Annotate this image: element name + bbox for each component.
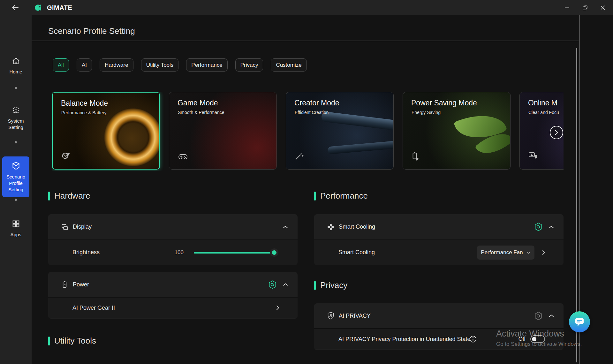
ai-hex-badge-icon [269,280,276,289]
brightness-slider[interactable] [194,248,278,257]
privacy-protection-label: AI PRIVACY Privacy Protection in Unatten… [338,336,471,343]
sidebar-item-label: System Setting [0,118,32,131]
next-arrow-icon [555,130,558,135]
section-heading-privacy: Privacy [314,280,347,290]
smart-cooling-row: Smart Cooling Performance Fan [314,239,564,265]
minimize-icon [565,7,569,8]
next-modes-button[interactable] [550,126,563,139]
close-icon [601,5,605,10]
sidebar: Home System Setting Scenario Profile Set… [0,15,32,364]
ai-hex-badge-icon [534,312,542,320]
page-title: Scenario Profile Setting [48,26,135,36]
power-card-header[interactable]: Power [48,272,298,297]
sidebar-item-system-setting[interactable]: System Setting [0,105,32,131]
chevron-up-icon[interactable] [283,225,288,229]
mode-card-title: Balance Mode [61,99,108,108]
tab-utility-tools[interactable]: Utility Tools [141,58,179,72]
mode-card-creator[interactable]: Creator Mode Efficient Creation [286,92,394,170]
privacy-protection-row: AI PRIVACY Privacy Protection in Unatten… [314,328,564,349]
chevron-down-icon [526,251,531,254]
balance-icon [61,151,71,162]
titlebar: GiMATE [0,0,613,15]
power-battery-icon [60,280,70,289]
ai-privacy-card: AI PRIVACY AI PRIVACY Privacy Protection… [314,303,564,350]
back-arrow-icon [12,5,19,11]
battery-leaf-icon [411,151,420,162]
ai-power-gear-row[interactable]: AI Power Gear II [48,297,298,318]
back-button[interactable] [10,3,21,12]
brightness-row: Brightness 100 [48,239,298,265]
brightness-slider-fill [194,252,278,254]
chevron-right-icon[interactable] [276,305,279,310]
slider-track [194,252,278,254]
accent-bar [48,337,50,345]
gamepad-icon [178,153,188,162]
sidebar-item-label: Apps [10,231,21,238]
sidebar-item-label: Home [9,69,22,75]
tab-all[interactable]: All [53,58,69,72]
tab-privacy[interactable]: Privacy [235,58,263,72]
tab-ai[interactable]: AI [77,58,92,72]
section-heading-hardware: Hardware [48,191,90,201]
scenario-cube-icon [11,161,21,171]
card-title: AI PRIVACY [339,313,371,319]
smart-cooling-card: Smart Cooling Smart Cooling Performance … [314,214,564,265]
display-card: Display Brightness 100 [48,214,298,265]
window-controls [558,0,612,15]
brightness-slider-thumb[interactable] [270,248,278,257]
sidebar-item-home[interactable]: Home [0,56,32,75]
brightness-value: 100 [163,249,184,256]
restore-icon [583,5,587,10]
fan-mode-dropdown[interactable]: Performance Fan [477,246,534,260]
tab-performance[interactable]: Performance [186,58,227,72]
apps-grid-icon [11,219,21,229]
mode-card-subtitle: Energy Saving [412,110,441,115]
gimate-logo-icon [34,3,44,12]
sidebar-separator-dot [15,199,17,201]
mode-card-subtitle: Efficient Creation [295,110,329,115]
sidebar-separator-dot [15,87,17,89]
filter-tabs: All AI Hardware Utility Tools Performanc… [53,58,307,72]
fan-mode-value: Performance Fan [481,249,523,256]
smart-cooling-card-header[interactable]: Smart Cooling [314,214,564,239]
close-button[interactable] [594,0,612,15]
accent-bar [314,281,316,290]
mode-card-subtitle: Smooth & Performance [178,110,224,115]
header-divider [32,41,579,41]
chat-button[interactable] [569,311,590,332]
section-heading-performance: Performance [314,191,368,201]
mode-card-title: Creator Mode [294,99,339,107]
mode-card-game[interactable]: Game Mode Smooth & Performance [169,92,277,170]
mode-card-carousel: Balance Mode Performance & Battery Game … [52,92,564,171]
display-card-header[interactable]: Display [48,214,298,239]
chevron-up-icon[interactable] [549,314,554,317]
info-icon[interactable] [469,335,477,344]
section-heading-utility-tools: Utility Tools [48,336,96,346]
mode-card-balance[interactable]: Balance Mode Performance & Battery [52,92,160,170]
chat-bubble-icon [574,317,585,327]
home-icon [11,56,21,66]
tab-customize[interactable]: Customize [271,58,306,72]
chevron-up-icon[interactable] [549,225,554,229]
system-setting-icon [11,105,21,115]
chevron-up-icon[interactable] [283,283,288,286]
minimize-button[interactable] [558,0,576,15]
sidebar-item-label: Scenario Profile Setting [3,174,29,193]
restore-button[interactable] [576,0,594,15]
chevron-right-icon[interactable] [542,250,545,255]
app-logo: GiMATE [34,3,72,12]
toggle-status-label: Off [505,336,526,342]
magic-wand-icon [294,151,304,162]
card-title: Power [73,281,89,288]
mode-card-subtitle: Performance & Battery [61,110,107,115]
mode-card-title: Power Saving Mode [411,99,477,107]
privacy-protection-toggle[interactable] [530,335,545,343]
sidebar-item-scenario-profile-setting[interactable]: Scenario Profile Setting [2,156,29,197]
ai-hex-badge-icon [534,223,542,231]
mode-card-title: Game Mode [178,99,218,107]
tab-hardware[interactable]: Hardware [100,58,133,72]
sidebar-item-apps[interactable]: Apps [0,219,32,238]
ai-privacy-card-header[interactable]: AI PRIVACY [314,303,564,328]
accent-bar [314,192,316,201]
mode-card-power-saving[interactable]: Power Saving Mode Energy Saving [403,92,511,170]
